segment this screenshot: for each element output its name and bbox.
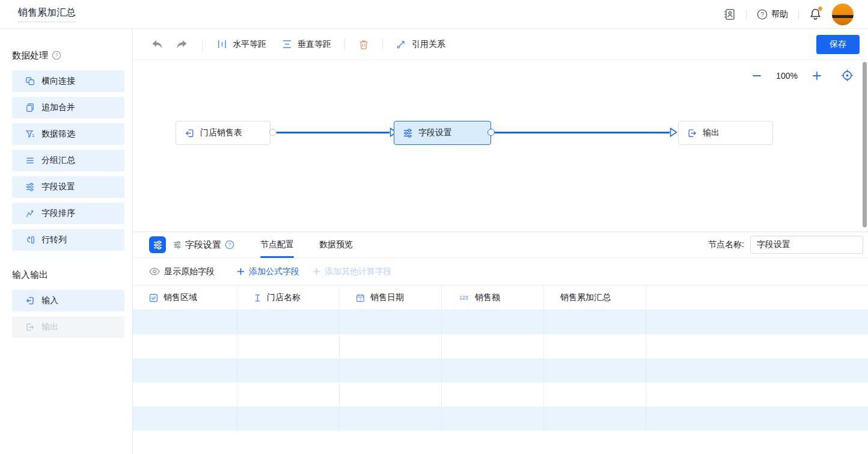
fields-table-header: 销售区域 门店名称 7 销售日期 (133, 285, 868, 310)
reference-relation-button[interactable]: 引用关系 (396, 39, 445, 50)
flow-node-field-settings[interactable]: 字段设置 (394, 121, 491, 145)
column-header-empty (646, 286, 868, 310)
horizontal-align-button[interactable]: 水平等距 (217, 39, 266, 50)
sidebar-item-label: 横向连接 (41, 76, 75, 87)
column-header-label: 销售区域 (164, 292, 197, 303)
panel-header: 字段设置 ? 节点配置 数据预览 节点名称: (133, 232, 868, 258)
column-header-sales-amount[interactable]: 123 销售额 (442, 286, 544, 310)
column-header-label: 销售日期 (370, 292, 404, 303)
column-header-sales-running-total[interactable]: 销售累加汇总 (544, 286, 646, 310)
section-title-label: 输入输出 (12, 269, 48, 281)
divider (746, 10, 747, 19)
column-header-sales-region[interactable]: 销售区域 (133, 286, 237, 310)
node-name-label: 节点名称: (708, 239, 744, 250)
show-original-fields-button[interactable]: 显示原始字段 (149, 266, 215, 277)
page-title[interactable]: 销售累加汇总 (18, 7, 76, 22)
save-button[interactable]: 保存 (816, 35, 860, 54)
sidebar-item-group-summary[interactable]: 分组汇总 (12, 150, 124, 171)
table-row (133, 358, 868, 382)
svg-text:123: 123 (459, 295, 468, 301)
flow-node-output[interactable]: 输出 (678, 121, 773, 145)
topbar: 销售累加汇总 ? 帮助 (0, 0, 868, 29)
node-name-group: 节点名称: (708, 236, 863, 254)
sidebar-item-field-settings[interactable]: 字段设置 (12, 176, 124, 198)
svg-text:7: 7 (359, 296, 362, 301)
flow-canvas[interactable]: 100% (133, 60, 868, 232)
data-filter-icon (25, 129, 35, 139)
column-header-sales-date[interactable]: 7 销售日期 (340, 286, 442, 310)
vertical-align-button[interactable]: 垂直等距 (282, 39, 331, 50)
output-port[interactable] (269, 129, 277, 136)
text-field-icon (254, 293, 261, 302)
sidebar-item-horizontal-join[interactable]: 横向连接 (12, 70, 124, 92)
delete-node-icon[interactable] (358, 39, 369, 50)
contacts-icon[interactable] (723, 8, 736, 21)
field-sort-icon (25, 209, 35, 218)
field-settings-icon (173, 241, 182, 249)
column-header-store-name[interactable]: 门店名称 (237, 286, 340, 310)
undo-icon[interactable] (151, 40, 163, 49)
sidebar-item-label: 输出 (41, 322, 58, 333)
panel-tabs: 节点配置 数据预览 (248, 232, 365, 258)
sidebar-item-label: 行转列 (41, 235, 67, 245)
input-icon (185, 128, 195, 138)
node-name-input[interactable] (750, 236, 863, 254)
field-settings-icon (25, 182, 35, 192)
sidebar-item-field-sort[interactable]: 字段排序 (12, 203, 124, 224)
table-row (133, 406, 868, 431)
sidebar: 数据处理 ? 横向连接 追加合并 数据筛选 (0, 29, 133, 454)
vertical-align-icon (282, 39, 292, 49)
date-field-icon: 7 (356, 293, 365, 302)
output-port[interactable] (487, 129, 495, 136)
column-header-label: 销售累加汇总 (560, 292, 611, 303)
panel-help-icon[interactable]: ? (225, 240, 234, 250)
edge-arrowhead (670, 127, 677, 137)
output-icon (25, 322, 35, 332)
help-button[interactable]: ? 帮助 (757, 9, 788, 20)
help-label: 帮助 (771, 9, 788, 20)
number-field-icon: 123 (458, 294, 469, 301)
append-merge-icon (25, 103, 35, 112)
add-formula-field-button[interactable]: 添加公式字段 (237, 266, 299, 277)
add-formula-field-label: 添加公式字段 (249, 266, 299, 277)
plus-icon (313, 268, 320, 275)
zoom-out-icon[interactable] (751, 70, 762, 81)
svg-text:?: ? (55, 52, 58, 58)
fit-view-icon[interactable] (841, 69, 854, 82)
sidebar-item-data-filter[interactable]: 数据筛选 (12, 123, 124, 145)
table-row (133, 334, 868, 358)
zoom-in-icon[interactable] (811, 70, 822, 81)
flow-node-source-table[interactable]: 门店销售表 (176, 121, 270, 145)
show-original-fields-label: 显示原始字段 (164, 266, 215, 277)
flow-node-label: 字段设置 (418, 127, 452, 138)
notification-bell-icon[interactable] (809, 8, 822, 20)
sidebar-item-input[interactable]: 输入 (12, 290, 124, 311)
avatar[interactable] (832, 4, 854, 25)
eye-icon (149, 268, 160, 275)
canvas-scrollbar[interactable] (863, 62, 867, 227)
panel-title: 字段设置 ? (173, 239, 234, 251)
sidebar-item-label: 字段排序 (41, 208, 75, 219)
output-icon (687, 128, 697, 138)
reference-relation-icon (396, 39, 406, 49)
sidebar-item-output: 输出 (12, 316, 124, 338)
column-header-label: 门店名称 (267, 292, 301, 303)
tab-node-config[interactable]: 节点配置 (260, 232, 294, 258)
horizontal-align-label: 水平等距 (233, 39, 266, 50)
sidebar-item-label: 输入 (41, 295, 58, 306)
svg-text:?: ? (760, 11, 764, 17)
sidebar-item-append-merge[interactable]: 追加合并 (12, 97, 124, 118)
flow-node-label: 门店销售表 (200, 127, 242, 138)
row-to-column-icon (25, 235, 35, 245)
edge-fieldsettings-to-output (495, 132, 670, 133)
section-help-icon[interactable]: ? (52, 51, 61, 60)
field-settings-icon (403, 128, 413, 138)
edge-input-to-fieldsettings (277, 132, 390, 133)
redo-icon[interactable] (176, 40, 188, 49)
horizontal-join-icon (25, 76, 35, 86)
vertical-align-label: 垂直等距 (298, 39, 331, 50)
group-summary-icon (25, 156, 35, 165)
sidebar-item-row-to-column[interactable]: 行转列 (12, 229, 124, 251)
tab-data-preview[interactable]: 数据预览 (319, 232, 353, 258)
divider (344, 39, 345, 50)
